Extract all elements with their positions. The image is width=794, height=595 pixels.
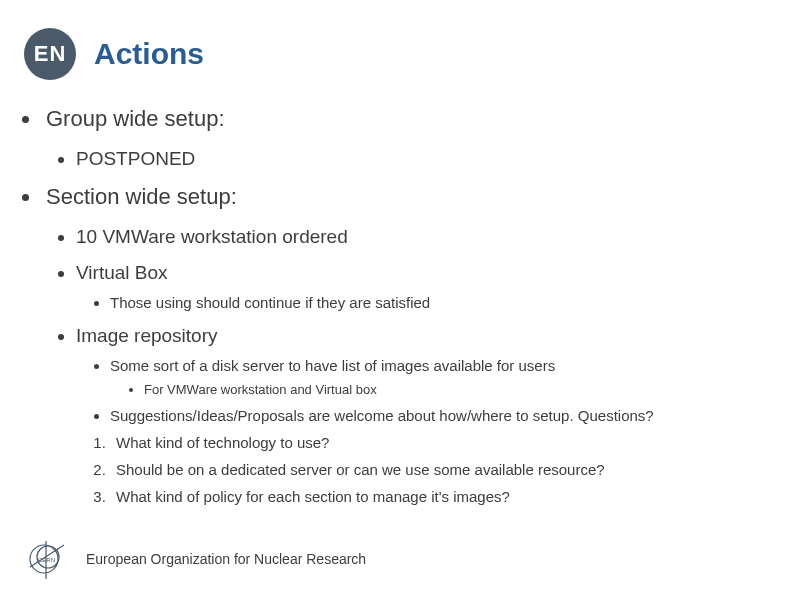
slide-title: Actions [94, 37, 204, 71]
question-dedicated-server: Should be on a dedicated server or can w… [110, 461, 794, 478]
en-badge-icon: EN [24, 28, 76, 80]
bullet-section-setup: Section wide setup: 10 VMWare workstatio… [42, 184, 794, 505]
text-group-setup: Group wide setup: [42, 106, 225, 131]
cern-logo-icon: CERN [24, 537, 68, 581]
bullet-suggestions: Suggestions/Ideas/Proposals are welcome … [110, 407, 794, 424]
text-section-setup: Section wide setup: [42, 184, 237, 209]
footer-text: European Organization for Nuclear Resear… [86, 551, 366, 567]
svg-text:CERN: CERN [38, 557, 55, 563]
bullet-virtualbox-continue: Those using should continue if they are … [110, 294, 794, 311]
bullet-vmware: 10 VMWare workstation ordered [76, 226, 794, 248]
bullet-group-setup: Group wide setup: POSTPONED [42, 106, 794, 170]
slide-footer: CERN European Organization for Nuclear R… [24, 537, 366, 581]
text-disk-server: Some sort of a disk server to have list … [110, 357, 555, 374]
slide-header: EN Actions [0, 0, 794, 80]
question-policy: What kind of policy for each section to … [110, 488, 794, 505]
text-virtualbox: Virtual Box [76, 262, 168, 283]
bullet-disk-server: Some sort of a disk server to have list … [110, 357, 794, 397]
bullet-image-repo: Image repository Some sort of a disk ser… [76, 325, 794, 505]
bullet-postponed: POSTPONED [76, 148, 794, 170]
bullet-virtualbox: Virtual Box Those using should continue … [76, 262, 794, 311]
question-technology: What kind of technology to use? [110, 434, 794, 451]
bullet-for-vmware-vbox: For VMWare workstation and Virtual box [144, 382, 794, 397]
en-badge-text: EN [34, 41, 67, 67]
text-image-repo: Image repository [76, 325, 218, 346]
slide-content: Group wide setup: POSTPONED Section wide… [0, 80, 794, 505]
